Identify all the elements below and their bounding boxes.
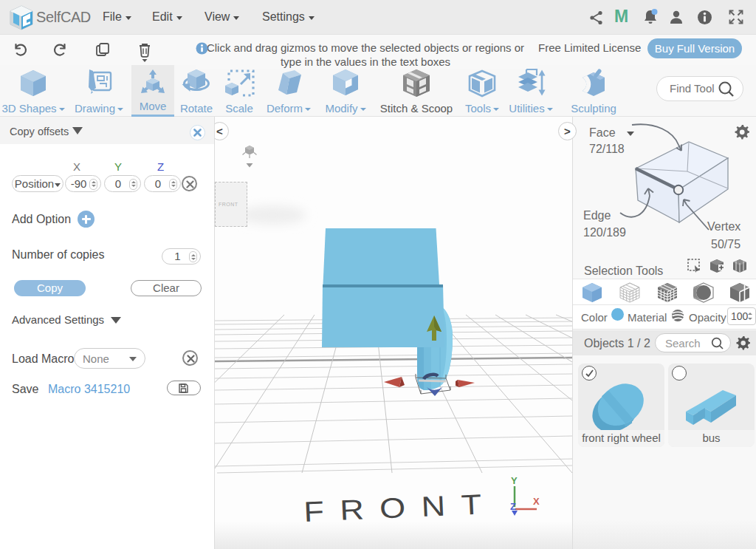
svg-text:X: X (533, 496, 540, 507)
svg-text:Y: Y (511, 475, 518, 486)
svg-text:Z: Z (510, 501, 516, 512)
